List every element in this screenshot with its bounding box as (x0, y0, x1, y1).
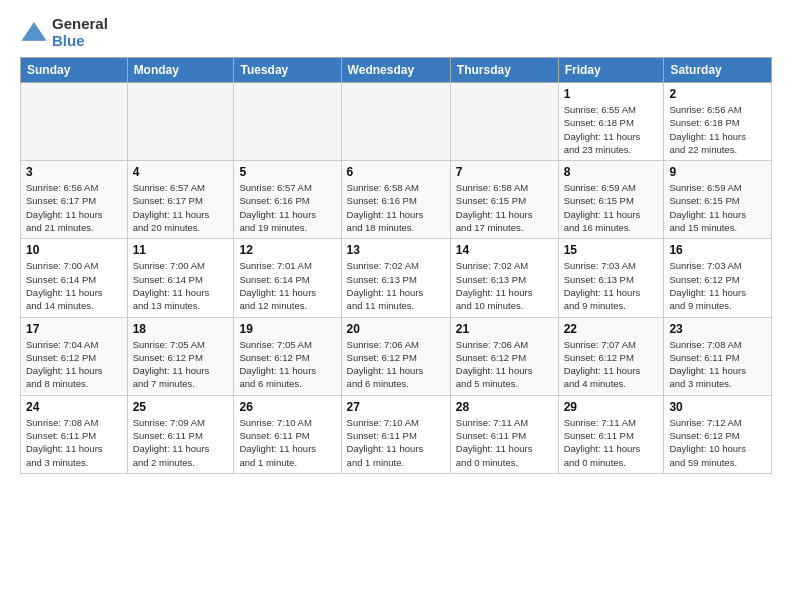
calendar-cell: 13Sunrise: 7:02 AM Sunset: 6:13 PM Dayli… (341, 239, 450, 317)
weekday-header-saturday: Saturday (664, 58, 772, 83)
calendar-cell: 3Sunrise: 6:56 AM Sunset: 6:17 PM Daylig… (21, 161, 128, 239)
day-info: Sunrise: 6:59 AM Sunset: 6:15 PM Dayligh… (669, 181, 766, 234)
calendar-week-5: 24Sunrise: 7:08 AM Sunset: 6:11 PM Dayli… (21, 395, 772, 473)
calendar-cell: 21Sunrise: 7:06 AM Sunset: 6:12 PM Dayli… (450, 317, 558, 395)
day-info: Sunrise: 7:00 AM Sunset: 6:14 PM Dayligh… (133, 259, 229, 312)
day-info: Sunrise: 7:01 AM Sunset: 6:14 PM Dayligh… (239, 259, 335, 312)
calendar-cell: 18Sunrise: 7:05 AM Sunset: 6:12 PM Dayli… (127, 317, 234, 395)
weekday-header-wednesday: Wednesday (341, 58, 450, 83)
calendar-header-row: SundayMondayTuesdayWednesdayThursdayFrid… (21, 58, 772, 83)
day-number: 25 (133, 400, 229, 414)
calendar-cell: 27Sunrise: 7:10 AM Sunset: 6:11 PM Dayli… (341, 395, 450, 473)
calendar-cell: 1Sunrise: 6:55 AM Sunset: 6:18 PM Daylig… (558, 83, 664, 161)
calendar-cell: 19Sunrise: 7:05 AM Sunset: 6:12 PM Dayli… (234, 317, 341, 395)
calendar-table: SundayMondayTuesdayWednesdayThursdayFrid… (20, 57, 772, 474)
day-number: 5 (239, 165, 335, 179)
day-info: Sunrise: 7:11 AM Sunset: 6:11 PM Dayligh… (456, 416, 553, 469)
day-info: Sunrise: 7:03 AM Sunset: 6:12 PM Dayligh… (669, 259, 766, 312)
calendar-cell: 25Sunrise: 7:09 AM Sunset: 6:11 PM Dayli… (127, 395, 234, 473)
day-info: Sunrise: 7:10 AM Sunset: 6:11 PM Dayligh… (239, 416, 335, 469)
calendar-cell: 5Sunrise: 6:57 AM Sunset: 6:16 PM Daylig… (234, 161, 341, 239)
day-number: 1 (564, 87, 659, 101)
calendar-cell: 20Sunrise: 7:06 AM Sunset: 6:12 PM Dayli… (341, 317, 450, 395)
day-number: 24 (26, 400, 122, 414)
calendar-cell: 16Sunrise: 7:03 AM Sunset: 6:12 PM Dayli… (664, 239, 772, 317)
day-info: Sunrise: 7:08 AM Sunset: 6:11 PM Dayligh… (669, 338, 766, 391)
calendar-cell: 28Sunrise: 7:11 AM Sunset: 6:11 PM Dayli… (450, 395, 558, 473)
day-number: 26 (239, 400, 335, 414)
day-number: 17 (26, 322, 122, 336)
day-number: 9 (669, 165, 766, 179)
weekday-header-friday: Friday (558, 58, 664, 83)
day-info: Sunrise: 7:00 AM Sunset: 6:14 PM Dayligh… (26, 259, 122, 312)
day-number: 21 (456, 322, 553, 336)
day-info: Sunrise: 7:07 AM Sunset: 6:12 PM Dayligh… (564, 338, 659, 391)
calendar-cell: 11Sunrise: 7:00 AM Sunset: 6:14 PM Dayli… (127, 239, 234, 317)
calendar-cell: 14Sunrise: 7:02 AM Sunset: 6:13 PM Dayli… (450, 239, 558, 317)
day-info: Sunrise: 6:56 AM Sunset: 6:17 PM Dayligh… (26, 181, 122, 234)
day-number: 18 (133, 322, 229, 336)
calendar-cell: 17Sunrise: 7:04 AM Sunset: 6:12 PM Dayli… (21, 317, 128, 395)
day-number: 27 (347, 400, 445, 414)
day-number: 4 (133, 165, 229, 179)
weekday-header-monday: Monday (127, 58, 234, 83)
weekday-header-thursday: Thursday (450, 58, 558, 83)
day-number: 2 (669, 87, 766, 101)
calendar-cell: 6Sunrise: 6:58 AM Sunset: 6:16 PM Daylig… (341, 161, 450, 239)
day-info: Sunrise: 6:56 AM Sunset: 6:18 PM Dayligh… (669, 103, 766, 156)
day-number: 11 (133, 243, 229, 257)
calendar-cell: 15Sunrise: 7:03 AM Sunset: 6:13 PM Dayli… (558, 239, 664, 317)
day-number: 15 (564, 243, 659, 257)
calendar-cell: 4Sunrise: 6:57 AM Sunset: 6:17 PM Daylig… (127, 161, 234, 239)
calendar-cell: 12Sunrise: 7:01 AM Sunset: 6:14 PM Dayli… (234, 239, 341, 317)
day-number: 28 (456, 400, 553, 414)
day-number: 3 (26, 165, 122, 179)
day-info: Sunrise: 6:57 AM Sunset: 6:16 PM Dayligh… (239, 181, 335, 234)
calendar-cell: 2Sunrise: 6:56 AM Sunset: 6:18 PM Daylig… (664, 83, 772, 161)
header: General Blue (20, 16, 772, 49)
calendar-cell: 8Sunrise: 6:59 AM Sunset: 6:15 PM Daylig… (558, 161, 664, 239)
calendar-cell: 23Sunrise: 7:08 AM Sunset: 6:11 PM Dayli… (664, 317, 772, 395)
calendar-cell (450, 83, 558, 161)
day-info: Sunrise: 7:10 AM Sunset: 6:11 PM Dayligh… (347, 416, 445, 469)
calendar-cell: 9Sunrise: 6:59 AM Sunset: 6:15 PM Daylig… (664, 161, 772, 239)
day-info: Sunrise: 7:02 AM Sunset: 6:13 PM Dayligh… (347, 259, 445, 312)
calendar-week-4: 17Sunrise: 7:04 AM Sunset: 6:12 PM Dayli… (21, 317, 772, 395)
day-info: Sunrise: 6:58 AM Sunset: 6:16 PM Dayligh… (347, 181, 445, 234)
logo-blue: Blue (52, 33, 108, 50)
day-number: 30 (669, 400, 766, 414)
calendar-cell: 30Sunrise: 7:12 AM Sunset: 6:12 PM Dayli… (664, 395, 772, 473)
day-info: Sunrise: 7:05 AM Sunset: 6:12 PM Dayligh… (239, 338, 335, 391)
day-info: Sunrise: 6:55 AM Sunset: 6:18 PM Dayligh… (564, 103, 659, 156)
calendar-cell (234, 83, 341, 161)
day-number: 8 (564, 165, 659, 179)
calendar-cell: 10Sunrise: 7:00 AM Sunset: 6:14 PM Dayli… (21, 239, 128, 317)
day-info: Sunrise: 7:06 AM Sunset: 6:12 PM Dayligh… (347, 338, 445, 391)
weekday-header-sunday: Sunday (21, 58, 128, 83)
day-number: 10 (26, 243, 122, 257)
calendar-week-2: 3Sunrise: 6:56 AM Sunset: 6:17 PM Daylig… (21, 161, 772, 239)
calendar-cell (127, 83, 234, 161)
day-info: Sunrise: 7:06 AM Sunset: 6:12 PM Dayligh… (456, 338, 553, 391)
day-number: 29 (564, 400, 659, 414)
day-info: Sunrise: 7:02 AM Sunset: 6:13 PM Dayligh… (456, 259, 553, 312)
day-info: Sunrise: 7:08 AM Sunset: 6:11 PM Dayligh… (26, 416, 122, 469)
day-info: Sunrise: 6:58 AM Sunset: 6:15 PM Dayligh… (456, 181, 553, 234)
calendar-cell: 7Sunrise: 6:58 AM Sunset: 6:15 PM Daylig… (450, 161, 558, 239)
day-number: 12 (239, 243, 335, 257)
logo: General Blue (20, 16, 108, 49)
logo-general: General (52, 16, 108, 33)
day-info: Sunrise: 6:57 AM Sunset: 6:17 PM Dayligh… (133, 181, 229, 234)
day-number: 16 (669, 243, 766, 257)
day-info: Sunrise: 7:03 AM Sunset: 6:13 PM Dayligh… (564, 259, 659, 312)
day-number: 7 (456, 165, 553, 179)
calendar-cell (341, 83, 450, 161)
calendar-cell: 26Sunrise: 7:10 AM Sunset: 6:11 PM Dayli… (234, 395, 341, 473)
day-info: Sunrise: 7:05 AM Sunset: 6:12 PM Dayligh… (133, 338, 229, 391)
day-number: 6 (347, 165, 445, 179)
calendar-cell: 22Sunrise: 7:07 AM Sunset: 6:12 PM Dayli… (558, 317, 664, 395)
day-number: 13 (347, 243, 445, 257)
day-info: Sunrise: 6:59 AM Sunset: 6:15 PM Dayligh… (564, 181, 659, 234)
day-number: 23 (669, 322, 766, 336)
day-number: 22 (564, 322, 659, 336)
